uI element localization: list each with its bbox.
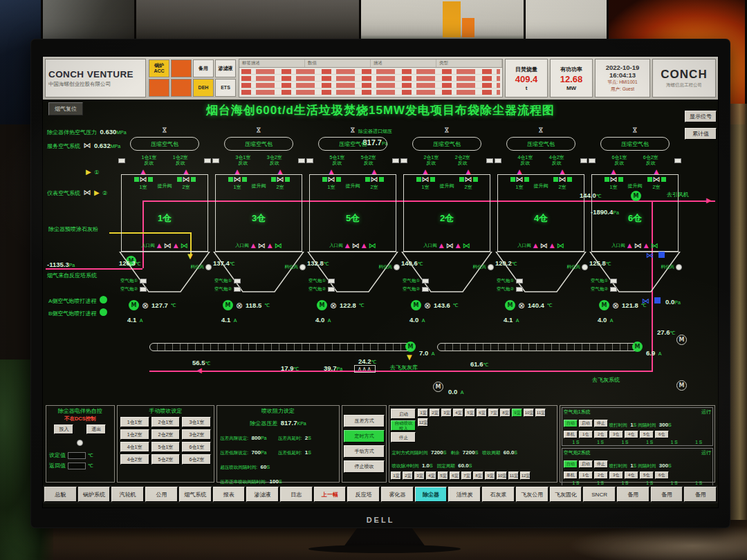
inlet-valve-row[interactable]: 入口阀 ▲ ⋈ ▲ ⋈ <box>310 242 396 250</box>
manual-blow-button[interactable]: 5仓2室 <box>151 454 181 465</box>
nav-tab[interactable]: 备用 <box>651 487 683 502</box>
bypass-motor-icon[interactable]: M <box>676 335 687 345</box>
pulse-valve-icon[interactable] <box>118 158 125 163</box>
air-cannon-1[interactable]: 空气炮① <box>120 278 147 284</box>
pulse-valve-icon[interactable] <box>495 158 501 163</box>
cannon-unit-button[interactable]: 1仓 <box>579 431 593 438</box>
manual-blow-button[interactable]: 1仓2室 <box>120 429 149 440</box>
nav-tab[interactable]: 渗滤液 <box>246 487 279 502</box>
conveyor2-motor-icon[interactable]: M <box>632 342 643 352</box>
pulse-valve-icon[interactable] <box>204 158 211 163</box>
cannon-unit-button[interactable]: 2仓 <box>594 431 608 438</box>
room-select-button[interactable]: 3室 <box>441 409 452 417</box>
cannon-unit-button[interactable]: 单机 <box>564 431 578 438</box>
discharge-motor-row[interactable]: M ⊗ 121.8℃ <box>599 300 647 310</box>
room-select-button[interactable]: 8室 <box>500 409 510 417</box>
heat-off-button[interactable]: 退出 <box>86 424 106 434</box>
lift-valve-group-1[interactable]: ▲ ⋈ 1室 <box>510 169 529 191</box>
manual-blow-button[interactable]: 3仓2室 <box>182 429 211 440</box>
spare-motor-icon[interactable]: M <box>433 382 443 392</box>
system-button[interactable] <box>171 79 192 97</box>
system-button[interactable]: 锅炉 ACC <box>149 59 169 77</box>
room-select-button[interactable]: 5室 <box>438 472 448 480</box>
room-select-button[interactable]: 12室 <box>418 418 428 427</box>
discharge-motor-row[interactable]: M ⊗ 118.5℃ <box>223 300 270 310</box>
inlet-valve-row[interactable]: 入口阀 ▲ ⋈ ▲ ⋈ <box>122 242 208 250</box>
lift-valve-group-1[interactable]: ▲ ⋈ 1室 <box>322 169 341 191</box>
pulse-valve-icon[interactable] <box>400 158 407 163</box>
nav-tab[interactable]: 锅炉系统 <box>78 487 111 502</box>
air-cannon-2[interactable]: 空气炮② <box>591 286 617 292</box>
pulse-valve-icon[interactable] <box>306 158 313 163</box>
nav-tab[interactable]: 上一幅 <box>314 487 347 502</box>
cannon-unit-button[interactable]: 2仓 <box>594 472 608 479</box>
nav-tab[interactable]: 活性炭 <box>448 487 481 502</box>
pulse-valve-icon[interactable] <box>486 158 493 163</box>
pulse-valve-icon[interactable] <box>580 158 587 163</box>
pulse-valve-icon[interactable] <box>674 158 681 163</box>
room-select-button[interactable]: 11室 <box>535 409 546 417</box>
nav-tab[interactable]: 反应塔 <box>347 487 380 502</box>
cannon-unit-button[interactable]: 1仓 <box>579 472 593 479</box>
room-select-button[interactable]: 10室 <box>524 409 534 417</box>
discharge-motor-row[interactable]: M ⊗ 122.8℃ <box>317 300 365 310</box>
air-cannon-1[interactable]: 空气炮① <box>308 278 335 284</box>
air-cannon-1[interactable]: 空气炮① <box>214 278 241 284</box>
room-select-button[interactable]: 9室 <box>485 472 495 480</box>
system-button[interactable] <box>171 59 192 77</box>
cannon-mode-button[interactable]: 自动 <box>564 420 578 427</box>
discharge-motor-row[interactable]: M ⊗ 143.6℃ <box>411 300 459 310</box>
nav-tab[interactable]: 总貌 <box>44 487 77 502</box>
blow-main-button[interactable]: 停止 <box>391 432 416 442</box>
air-cannon-2[interactable]: 空气炮② <box>497 286 523 292</box>
outlet-damper-motor-icon[interactable]: M <box>631 191 641 201</box>
manual-blow-button[interactable]: 4仓1室 <box>120 442 149 452</box>
lift-valve-group-1[interactable]: ▲ ⋈ 1室 <box>416 169 435 191</box>
bypass-motor-icon[interactable]: M <box>676 380 687 391</box>
cannon-mode-button[interactable]: 启动 <box>579 460 593 468</box>
lift-valve-group-1[interactable]: ▲ ⋈ 1室 <box>605 169 623 191</box>
conveyor1-motor-icon[interactable]: M <box>405 342 416 352</box>
alarm-row[interactable] <box>241 69 500 75</box>
manual-blow-button[interactable]: 6仓2室 <box>182 454 211 465</box>
nav-tab[interactable]: 备用 <box>684 487 717 502</box>
room-select-button[interactable]: 10室 <box>497 472 507 480</box>
pulse-valve-icon[interactable] <box>298 158 305 163</box>
pulse-valve-icon[interactable] <box>589 158 596 163</box>
air-cannon-1[interactable]: 空气炮① <box>403 278 429 284</box>
bypass-valve-icon[interactable]: ⋈ <box>646 252 654 259</box>
nav-tab[interactable]: 汽轮机 <box>111 487 144 502</box>
cannon-mode-button[interactable]: 启动 <box>579 420 593 427</box>
room-select-button[interactable]: 1室 <box>418 409 428 417</box>
blow-mode-button[interactable]: 定时方式 <box>344 430 385 442</box>
nav-tab[interactable]: 烟气系统 <box>179 487 212 502</box>
cannon-unit-button[interactable]: 6仓 <box>655 472 669 479</box>
room-select-button[interactable]: 6室 <box>450 472 460 480</box>
manual-blow-button[interactable]: 1仓1室 <box>120 417 149 427</box>
system-button[interactable] <box>149 79 169 97</box>
lift-valve-group-2[interactable]: ▲ ⋈ 2室 <box>553 169 572 191</box>
lift-valve-group-1[interactable]: ▲ ⋈ 1室 <box>134 169 153 191</box>
cannon-mode-button[interactable]: 停止 <box>594 420 608 427</box>
nav-tab[interactable]: 公用 <box>145 487 178 502</box>
nav-tab[interactable]: SNCR <box>583 487 616 502</box>
room-select-button[interactable]: 7室 <box>488 409 499 417</box>
system-button[interactable]: 备用 <box>193 59 214 77</box>
discharge-motor-row[interactable]: M ⊗ 140.4℃ <box>505 300 553 310</box>
value-field[interactable] <box>68 452 86 459</box>
cannon-unit-button[interactable]: 4仓 <box>625 472 638 479</box>
system-button[interactable]: 渗滤液 <box>215 59 236 77</box>
nav-tab[interactable]: 雾化器 <box>381 487 414 502</box>
alarm-table[interactable]: 标签描述 数值 描述 类型 <box>239 59 503 97</box>
lift-valve-group-2[interactable]: ▲ ⋈ 2室 <box>647 169 666 191</box>
inlet-valve-row[interactable]: 入口阀 ▲ ⋈ ▲ ⋈ <box>216 242 302 250</box>
blow-main-button[interactable]: 启动 <box>391 409 416 419</box>
cannon-mode-button[interactable]: 自动 <box>564 460 578 468</box>
cannon-unit-button[interactable]: 3仓 <box>609 431 623 438</box>
room-select-button[interactable]: 12室 <box>520 472 531 480</box>
room-select-button[interactable]: 1室 <box>391 472 401 480</box>
cannon-unit-button[interactable]: 3仓 <box>609 472 623 479</box>
cannon-unit-button[interactable]: 单机 <box>564 472 578 479</box>
air-cannon-2[interactable]: 空气炮② <box>120 286 147 292</box>
air-cannon-2[interactable]: 空气炮② <box>308 286 335 292</box>
